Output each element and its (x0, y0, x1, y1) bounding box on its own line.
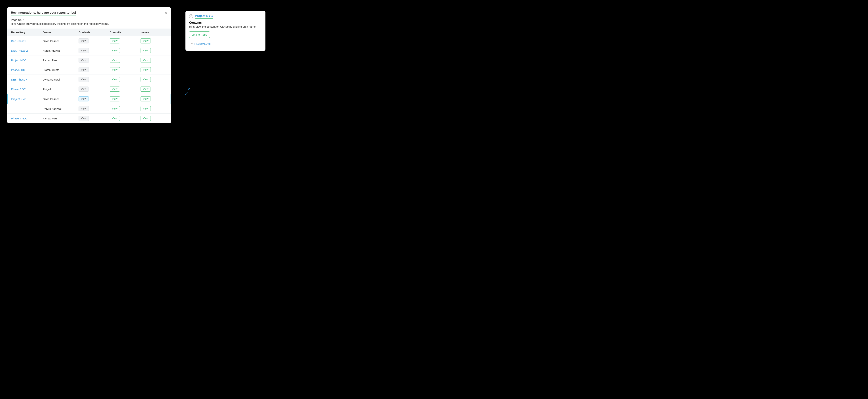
view-commits-button[interactable]: View (110, 106, 120, 111)
repo-link[interactable]: Dnc Phase1 (11, 39, 26, 42)
cell-issues: View (138, 56, 171, 65)
view-commits-button[interactable]: View (110, 77, 120, 82)
cell-commits: View (107, 46, 138, 56)
close-icon[interactable]: ✕ (164, 11, 167, 14)
detail-title: Project NYC (195, 14, 213, 19)
repo-link[interactable]: Phase2 DC (11, 68, 25, 71)
cell-owner: Olivia Palmer (40, 94, 76, 104)
view-contents-button[interactable]: View (79, 67, 89, 72)
view-commits-button[interactable]: View (110, 96, 120, 101)
cell-repository: Project NDC (7, 56, 40, 65)
cell-repository: Dnc Phase1 (7, 36, 40, 46)
cell-issues: View (138, 84, 171, 94)
repo-link[interactable]: Phase 3 DC (11, 88, 26, 91)
view-contents-button[interactable]: View (79, 77, 89, 82)
repo-link[interactable]: Project NDC (11, 59, 26, 62)
cell-commits: View (107, 94, 138, 104)
list-item: README.md (191, 42, 262, 45)
bullet-icon (191, 43, 192, 44)
table-row: Project NYCOlivia PalmerViewViewView (7, 94, 171, 104)
repositories-panel: Hey Integrations, here are your reposito… (7, 7, 171, 123)
link-to-repo-button[interactable]: Link to Repo (189, 31, 210, 38)
cell-repository: DNC Phase 2 (7, 46, 40, 56)
view-issues-button[interactable]: View (141, 96, 151, 101)
cell-contents: View (76, 94, 107, 104)
col-issues: Issues (138, 29, 171, 36)
detail-header: Project NYC (189, 14, 262, 19)
cell-commits: View (107, 104, 138, 114)
table-row: DES Phase 4Divya AgarwalViewViewView (7, 75, 171, 84)
repo-link[interactable]: Project NYC (11, 97, 26, 100)
repo-link[interactable]: DNC Phase 2 (11, 49, 28, 52)
cell-owner: Olivia Palmer (40, 36, 76, 46)
repositories-table: Repository Owner Contents Commits Issues… (7, 29, 171, 123)
repo-detail-panel: Project NYC Contents Hint: View the cont… (185, 11, 266, 51)
repo-link[interactable]: DES Phase 4 (11, 78, 27, 81)
cell-repository: Phase 3 DC (7, 84, 40, 94)
cell-owner: Richad Paul (40, 56, 76, 65)
view-issues-button[interactable]: View (141, 106, 151, 111)
cell-repository: Phase 4 NDC (7, 114, 40, 123)
table-row: Phase 3 DCAbigailViewViewView (7, 84, 171, 94)
hint-text: Hint: Check out your public repository i… (11, 22, 167, 25)
table-row: Phase2 DCPrathik GuptaViewViewView (7, 65, 171, 75)
table-header-row: Repository Owner Contents Commits Issues (7, 29, 171, 36)
view-issues-button[interactable]: View (141, 67, 151, 72)
cell-issues: View (138, 65, 171, 75)
cell-contents: View (76, 56, 107, 65)
view-issues-button[interactable]: View (141, 58, 151, 63)
cell-contents: View (76, 46, 107, 56)
main-header: Hey Integrations, here are your reposito… (7, 11, 171, 25)
cell-owner: Harsh Agarwal (40, 46, 76, 56)
cell-issues: View (138, 114, 171, 123)
col-contents: Contents (76, 29, 107, 36)
view-commits-button[interactable]: View (110, 67, 120, 72)
view-issues-button[interactable]: View (141, 38, 151, 43)
view-commits-button[interactable]: View (110, 38, 120, 43)
cell-repository (7, 104, 40, 114)
view-contents-button[interactable]: View (79, 58, 89, 63)
cell-commits: View (107, 36, 138, 46)
back-icon[interactable] (189, 14, 193, 18)
cell-issues: View (138, 104, 171, 114)
table-row: Dnc Phase1Olivia PalmerViewViewView (7, 36, 171, 46)
col-commits: Commits (107, 29, 138, 36)
cell-owner: Divya Agarwal (40, 75, 76, 84)
cell-repository: DES Phase 4 (7, 75, 40, 84)
cell-commits: View (107, 114, 138, 123)
cell-issues: View (138, 46, 171, 56)
view-contents-button[interactable]: View (79, 87, 89, 92)
contents-heading: Contents (189, 21, 262, 24)
cell-issues: View (138, 36, 171, 46)
cell-repository: Project NYC (7, 94, 40, 104)
file-list: README.md (189, 42, 262, 45)
cell-owner: Prathik Gupta (40, 65, 76, 75)
cell-issues: View (138, 75, 171, 84)
repo-link[interactable]: Phase 4 NDC (11, 117, 28, 120)
view-contents-button[interactable]: View (79, 96, 89, 101)
view-contents-button[interactable]: View (79, 48, 89, 53)
view-issues-button[interactable]: View (141, 116, 151, 121)
view-contents-button[interactable]: View (79, 106, 89, 111)
view-commits-button[interactable]: View (110, 87, 120, 92)
view-commits-button[interactable]: View (110, 48, 120, 53)
view-contents-button[interactable]: View (79, 116, 89, 121)
view-issues-button[interactable]: View (141, 77, 151, 82)
view-commits-button[interactable]: View (110, 116, 120, 121)
cell-contents: View (76, 36, 107, 46)
cell-contents: View (76, 104, 107, 114)
table-row: Dhivya AgarwalViewViewView (7, 104, 171, 114)
view-commits-button[interactable]: View (110, 58, 120, 63)
view-issues-button[interactable]: View (141, 48, 151, 53)
view-contents-button[interactable]: View (79, 38, 89, 43)
detail-hint: Hint: View the content on GitHub by clic… (189, 25, 262, 28)
col-repository: Repository (7, 29, 40, 36)
cell-contents: View (76, 84, 107, 94)
table-row: DNC Phase 2Harsh AgarwalViewViewView (7, 46, 171, 56)
view-issues-button[interactable]: View (141, 87, 151, 92)
cell-owner: Dhivya Agarwal (40, 104, 76, 114)
file-link[interactable]: README.md (194, 42, 211, 45)
cell-issues: View (138, 94, 171, 104)
table-row: Project NDCRichad PaulViewViewView (7, 56, 171, 65)
cell-contents: View (76, 75, 107, 84)
